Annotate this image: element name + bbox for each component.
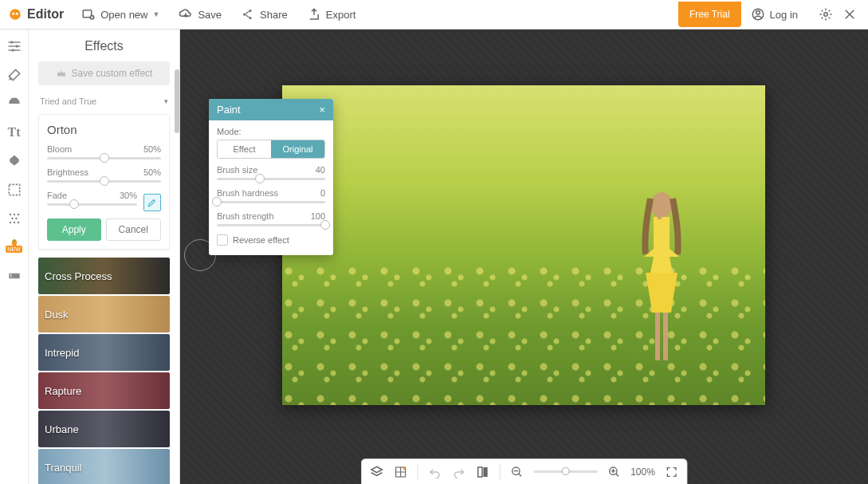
- text-tool-icon[interactable]: Tt: [6, 124, 23, 141]
- panel-scrollbar[interactable]: [175, 69, 179, 133]
- svg-point-17: [17, 214, 19, 216]
- save-custom-label: Save custom effect: [72, 68, 153, 79]
- paint-title: Paint: [217, 104, 241, 116]
- brush-hardness-value: 0: [320, 188, 325, 198]
- brightness-slider[interactable]: Brightness50%: [47, 167, 161, 183]
- svg-point-13: [11, 49, 14, 51]
- effects-panel: Effects Save custom effect Tried and Tru…: [29, 30, 180, 484]
- mode-toggle: Effect Original: [217, 140, 325, 159]
- chevron-down-icon: ▼: [152, 10, 159, 18]
- paint-dialog-header[interactable]: Paint ×: [209, 99, 333, 120]
- themes-tool-icon[interactable]: NEW: [6, 238, 23, 256]
- svg-point-21: [13, 222, 15, 224]
- apply-button[interactable]: Apply: [47, 218, 101, 241]
- save-custom-effect-button[interactable]: Save custom effect: [38, 61, 170, 85]
- crown-icon: [56, 68, 67, 79]
- tools-icon[interactable]: [6, 66, 23, 84]
- login-button[interactable]: Log in: [741, 0, 807, 30]
- app-logo: Editor: [0, 7, 72, 22]
- bloom-slider[interactable]: Bloom50%: [47, 144, 161, 159]
- topbar: Editor Open new ▼ Save Share Export Free…: [0, 0, 868, 30]
- canvas-area[interactable]: Paint × Mode: Effect Original Brush size…: [180, 30, 868, 484]
- share-label: Share: [260, 9, 288, 21]
- svg-point-19: [15, 218, 18, 220]
- main: Tt NEW t Effects Save custom effect Trie…: [0, 30, 868, 484]
- image-subject: [630, 181, 693, 380]
- mode-original-button[interactable]: Original: [271, 140, 324, 158]
- effect-category[interactable]: Tried and True ▾: [29, 93, 179, 109]
- preset-intrepid[interactable]: Intrepid: [38, 334, 170, 371]
- close-icon[interactable]: [842, 7, 857, 22]
- brush-size-slider[interactable]: Brush size40: [217, 165, 325, 180]
- zoom-slider[interactable]: [533, 470, 597, 473]
- redo-icon[interactable]: [451, 465, 465, 479]
- preset-dusk[interactable]: Dusk: [38, 296, 170, 333]
- svg-point-2: [16, 13, 18, 15]
- checkbox-box: [217, 234, 228, 246]
- brush-hardness-label: Brush hardness: [217, 188, 278, 198]
- zoom-in-icon[interactable]: [607, 465, 621, 479]
- preset-tranquil[interactable]: Tranquil: [38, 449, 170, 484]
- svg-point-1: [12, 13, 14, 15]
- free-trial-button[interactable]: Free Trial: [678, 2, 741, 27]
- paint-close-button[interactable]: ×: [319, 104, 325, 116]
- brush-strength-slider[interactable]: Brush strength100: [217, 211, 325, 226]
- bottom-toolbar: 100%: [360, 458, 688, 484]
- layers-icon[interactable]: [369, 465, 383, 479]
- svg-point-5: [243, 14, 245, 16]
- textures-tool-icon[interactable]: [6, 210, 23, 227]
- export-icon: [307, 7, 321, 22]
- svg-point-28: [403, 467, 405, 470]
- preset-list: Cross ProcessDuskIntrepidRaptureUrbaneTr…: [29, 258, 179, 484]
- paint-brush-button[interactable]: [143, 194, 161, 211]
- overlays-tool-icon[interactable]: t: [6, 267, 23, 285]
- brush-size-value: 40: [316, 165, 325, 175]
- preset-urbane[interactable]: Urbane: [38, 411, 170, 447]
- svg-point-9: [756, 11, 760, 15]
- open-new-button[interactable]: Open new ▼: [72, 0, 169, 30]
- fade-slider[interactable]: Fade30%: [47, 191, 137, 206]
- brightness-value: 50%: [143, 167, 161, 177]
- svg-text:t: t: [10, 273, 12, 278]
- reverse-effect-checkbox[interactable]: Reverse effect: [217, 234, 325, 246]
- mode-label: Mode:: [217, 127, 325, 136]
- undo-icon[interactable]: [427, 465, 442, 479]
- bloom-value: 50%: [143, 144, 161, 154]
- image-plus-icon: [81, 7, 96, 22]
- svg-point-11: [10, 41, 13, 43]
- zoom-out-icon[interactable]: [509, 465, 524, 479]
- fade-value: 30%: [120, 191, 137, 200]
- export-button[interactable]: Export: [297, 0, 366, 30]
- cloud-save-icon: [179, 7, 193, 22]
- gear-icon[interactable]: [819, 7, 833, 22]
- mode-effect-button[interactable]: Effect: [218, 140, 271, 158]
- svg-point-20: [9, 222, 11, 224]
- app-name: Editor: [27, 7, 64, 22]
- frames-tool-icon[interactable]: [6, 181, 23, 199]
- compare-icon[interactable]: [475, 465, 489, 479]
- preset-cross-process[interactable]: Cross Process: [38, 258, 170, 294]
- svg-rect-14: [9, 184, 19, 195]
- bloom-label: Bloom: [47, 144, 72, 154]
- canvas-image[interactable]: [282, 85, 765, 405]
- preset-rapture[interactable]: Rapture: [38, 372, 170, 409]
- adjust-tool-icon[interactable]: [6, 37, 23, 55]
- effects-tool-icon[interactable]: [6, 152, 23, 170]
- cancel-button[interactable]: Cancel: [106, 218, 162, 241]
- new-badge: NEW: [6, 246, 22, 253]
- grid-icon[interactable]: [393, 465, 407, 479]
- fullscreen-icon[interactable]: [665, 465, 679, 479]
- free-trial-label: Free Trial: [689, 9, 730, 20]
- svg-point-16: [13, 214, 15, 216]
- share-button[interactable]: Share: [231, 0, 297, 30]
- svg-point-15: [9, 214, 11, 216]
- svg-point-7: [249, 17, 252, 19]
- svg-rect-29: [477, 467, 481, 477]
- svg-point-10: [824, 13, 828, 17]
- effect-settings-card: Orton Bloom50% Brightness50% Fade30% App…: [38, 114, 170, 250]
- save-button[interactable]: Save: [169, 0, 231, 30]
- category-label: Tried and True: [40, 96, 96, 106]
- brush-hardness-slider[interactable]: Brush hardness0: [217, 188, 325, 203]
- open-new-label: Open new: [100, 9, 147, 21]
- touchup-tool-icon[interactable]: [6, 95, 23, 112]
